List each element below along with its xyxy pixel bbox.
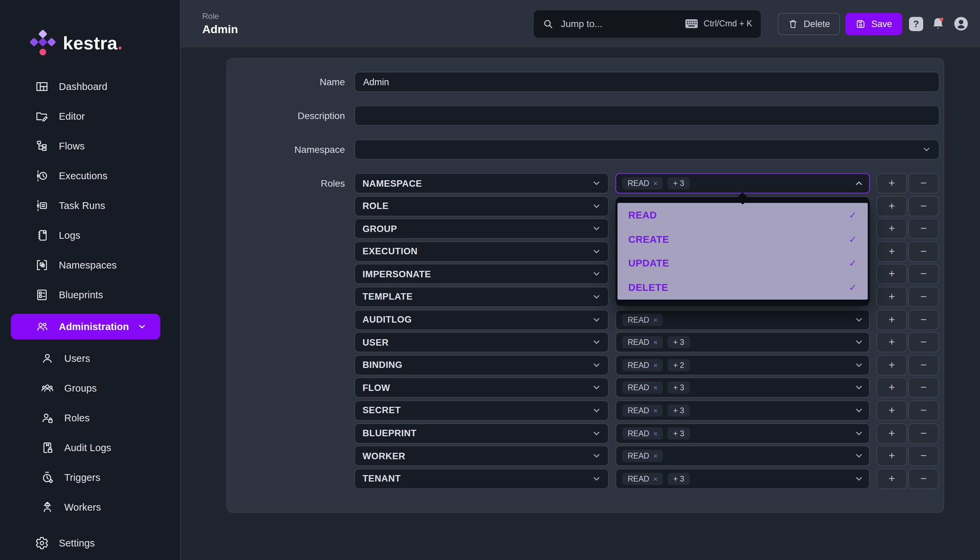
account-avatar-icon[interactable] (953, 15, 969, 32)
resource-select-auditlog[interactable]: AUDITLOG (354, 309, 609, 330)
remove-role-row-button[interactable]: − (908, 218, 939, 239)
notifications-bell-icon[interactable] (931, 16, 945, 31)
add-role-row-button[interactable]: + (877, 264, 907, 284)
add-role-row-button[interactable]: + (877, 173, 907, 193)
remove-permission-icon[interactable]: × (653, 429, 658, 437)
permissions-select-user[interactable]: READ×+ 3 (615, 332, 870, 352)
remove-role-row-button[interactable]: − (908, 378, 939, 398)
delete-button[interactable]: Delete (778, 13, 840, 35)
remove-permission-icon[interactable]: × (653, 179, 658, 187)
kestra-logo[interactable]: kestra. (0, 0, 180, 62)
resource-select-worker[interactable]: WORKER (354, 446, 609, 466)
resource-select-role[interactable]: ROLE (354, 196, 609, 216)
remove-role-row-button[interactable]: − (908, 196, 939, 216)
permissions-select-tenant[interactable]: READ×+ 3 (615, 468, 870, 488)
search-icon (542, 18, 554, 29)
sidebar-item-users[interactable]: Users (0, 343, 180, 373)
dropdown-option-read[interactable]: READ✓ (617, 203, 868, 227)
remove-permission-icon[interactable]: × (653, 361, 658, 369)
remove-role-row-button[interactable]: − (908, 468, 939, 488)
namespace-select[interactable] (354, 139, 939, 160)
permissions-select-auditlog[interactable]: READ× (615, 309, 870, 330)
permissions-select-secret[interactable]: READ×+ 3 (615, 400, 870, 421)
audit-logs-icon (40, 441, 54, 455)
add-role-row-button[interactable]: + (877, 196, 907, 216)
remove-permission-icon[interactable]: × (653, 315, 658, 323)
role-row: TENANTREAD×+ 3+− (354, 468, 939, 488)
permissions-select-namespace[interactable]: READ×+ 3 (615, 173, 870, 193)
permissions-select-flow[interactable]: READ×+ 3 (615, 378, 870, 398)
add-role-row-button[interactable]: + (877, 468, 907, 488)
sidebar-item-logs[interactable]: Logs (0, 220, 180, 250)
sidebar-item-task-runs[interactable]: Task Runs (0, 191, 180, 220)
remove-role-row-button[interactable]: − (908, 446, 939, 466)
sidebar-item-editor[interactable]: Editor (0, 102, 180, 131)
name-input[interactable] (354, 72, 939, 92)
sidebar-item-audit-logs[interactable]: Audit Logs (0, 433, 180, 463)
add-role-row-button[interactable]: + (877, 287, 907, 307)
sidebar-item-administration[interactable]: Administration (11, 314, 160, 340)
add-role-row-button[interactable]: + (877, 446, 907, 466)
sidebar-item-settings[interactable]: Settings (0, 528, 180, 558)
remove-role-row-button[interactable]: − (908, 400, 939, 421)
add-role-row-button[interactable]: + (877, 332, 907, 352)
resource-select-tenant[interactable]: TENANT (354, 468, 609, 488)
description-input[interactable] (354, 105, 939, 126)
remove-role-row-button[interactable]: − (908, 264, 939, 284)
resource-select-flow[interactable]: FLOW (354, 378, 609, 398)
add-role-row-button[interactable]: + (877, 242, 907, 262)
save-button[interactable]: Save (845, 13, 902, 35)
resource-select-impersonate[interactable]: IMPERSONATE (354, 264, 609, 284)
sidebar-item-triggers[interactable]: Triggers (0, 463, 180, 492)
add-role-row-button[interactable]: + (877, 218, 907, 239)
sidebar-item-groups[interactable]: Groups (0, 373, 180, 403)
search-placeholder: Jump to... (561, 18, 678, 29)
sidebar-item-dashboard[interactable]: Dashboard (0, 72, 180, 102)
remove-role-row-button[interactable]: − (908, 423, 939, 443)
sidebar-item-workers[interactable]: Workers (0, 492, 180, 522)
sidebar-item-blueprints[interactable]: Blueprints (0, 280, 180, 310)
dropdown-option-create[interactable]: CREATE✓ (617, 227, 868, 252)
resource-select-group[interactable]: GROUP (354, 218, 609, 239)
help-icon[interactable]: ? (909, 17, 923, 31)
chevron-down-icon (592, 248, 601, 256)
remove-permission-icon[interactable]: × (653, 452, 658, 460)
add-role-row-button[interactable]: + (877, 309, 907, 330)
permission-chips: READ× (622, 450, 855, 462)
permissions-select-blueprint[interactable]: READ×+ 3 (615, 423, 870, 443)
sidebar-item-namespaces[interactable]: Namespaces (0, 250, 180, 280)
remove-role-row-button[interactable]: − (908, 242, 939, 262)
permissions-select-worker[interactable]: READ× (615, 446, 870, 466)
sidebar-item-flows[interactable]: Flows (0, 131, 180, 161)
add-role-row-button[interactable]: + (877, 355, 907, 375)
remove-role-row-button[interactable]: − (908, 355, 939, 375)
dropdown-option-delete[interactable]: DELETE✓ (617, 276, 868, 300)
sidebar-nav: DashboardEditorFlowsExecutionsTask RunsL… (0, 62, 180, 558)
remove-permission-icon[interactable]: × (653, 475, 658, 483)
remove-role-row-button[interactable]: − (908, 287, 939, 307)
resource-select-namespace[interactable]: NAMESPACE (354, 173, 609, 193)
add-role-row-button[interactable]: + (877, 378, 907, 398)
remove-role-row-button[interactable]: − (908, 332, 939, 352)
chevron-down-icon (592, 202, 601, 210)
resource-select-secret[interactable]: SECRET (354, 400, 609, 421)
flows-icon (35, 139, 49, 153)
sidebar-item-roles[interactable]: Roles (0, 403, 180, 433)
logs-icon (35, 228, 49, 242)
add-role-row-button[interactable]: + (877, 400, 907, 421)
sidebar-item-executions[interactable]: Executions (0, 161, 180, 191)
remove-permission-icon[interactable]: × (653, 338, 658, 346)
remove-role-row-button[interactable]: − (908, 173, 939, 193)
resource-select-template[interactable]: TEMPLATE (354, 287, 609, 307)
resource-select-blueprint[interactable]: BLUEPRINT (354, 423, 609, 443)
permissions-select-binding[interactable]: READ×+ 2 (615, 355, 870, 375)
resource-select-execution[interactable]: EXECUTION (354, 242, 609, 262)
search-input[interactable]: Jump to... (533, 9, 762, 38)
dropdown-option-update[interactable]: UPDATE✓ (617, 251, 868, 276)
remove-role-row-button[interactable]: − (908, 309, 939, 330)
add-role-row-button[interactable]: + (877, 423, 907, 443)
remove-permission-icon[interactable]: × (653, 407, 658, 415)
remove-permission-icon[interactable]: × (653, 384, 658, 392)
resource-select-user[interactable]: USER (354, 332, 609, 352)
resource-select-binding[interactable]: BINDING (354, 355, 609, 375)
